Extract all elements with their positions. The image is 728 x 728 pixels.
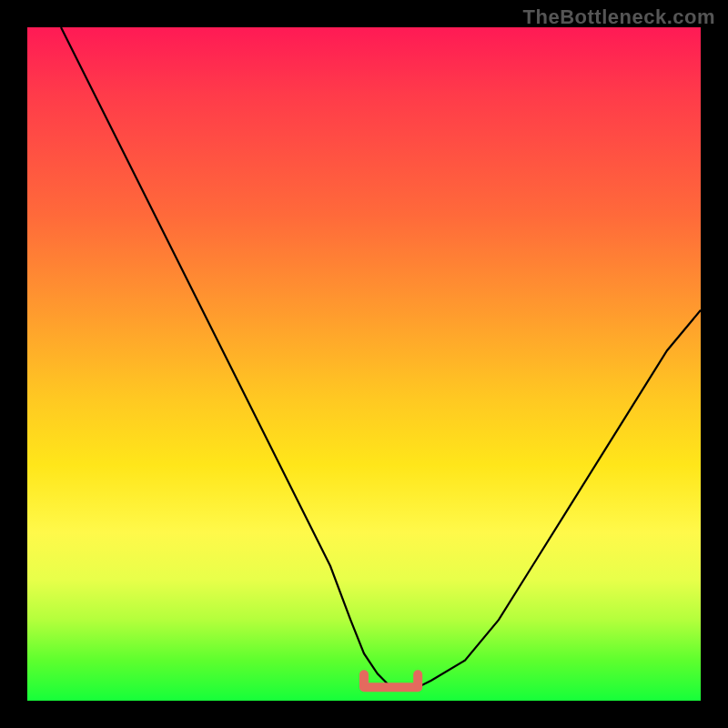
watermark-text: TheBottleneck.com — [523, 5, 715, 29]
curve-layer — [27, 27, 701, 701]
plot-area — [27, 27, 701, 701]
valley-marker — [364, 674, 418, 687]
bottleneck-curve — [61, 27, 701, 687]
chart-frame: TheBottleneck.com — [0, 0, 728, 728]
